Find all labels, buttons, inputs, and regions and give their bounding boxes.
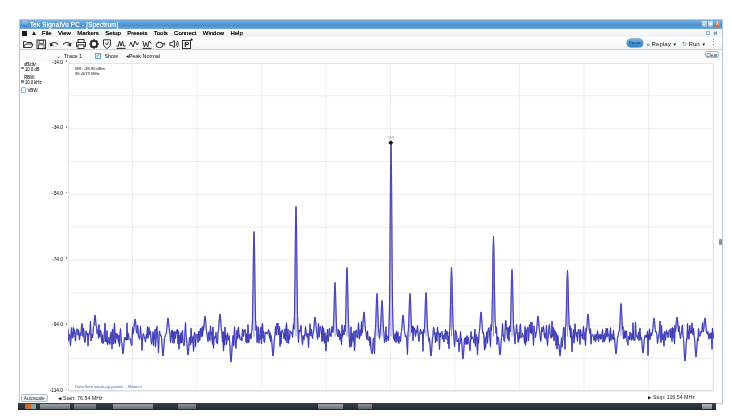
svg-text:P: P xyxy=(184,40,189,49)
svg-text:MR: MR xyxy=(388,135,394,139)
